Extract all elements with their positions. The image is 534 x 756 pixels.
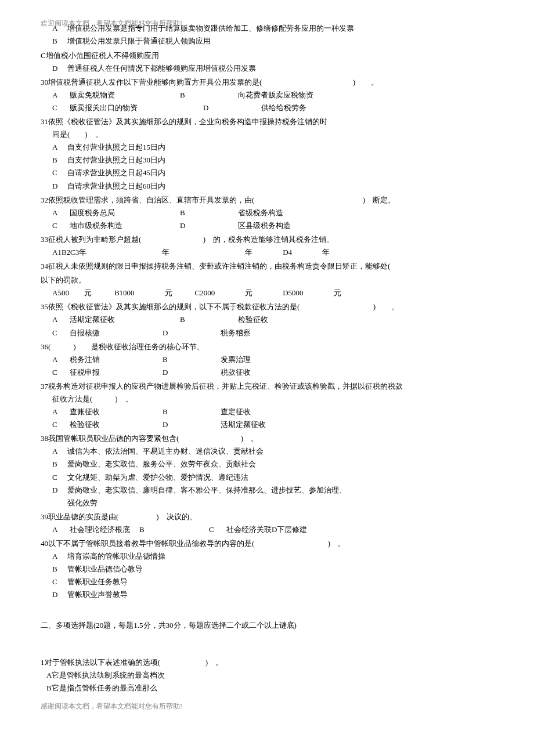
opt-label: A [52, 141, 67, 154]
opt-label: B [163, 353, 180, 366]
q36-row2: C征税申报 D税款征收 [52, 366, 493, 379]
opt-label: C [52, 102, 70, 114]
opt-text: 国度税务总局 [70, 207, 115, 219]
opt-text: 增值税公用发票只限于普通征税人领购应用 [67, 37, 211, 45]
stem-paren: ) [353, 78, 355, 86]
q38-opt-c: C文化规矩、助桀为虐、爱护公物、爱护情况、遵纪违法 [52, 471, 493, 484]
q31-stem-l1: 31依照《税收征管法》及其实施细那么的规则，企业向税务构造申报操持税务注销的时 [41, 115, 493, 128]
q38-opt-d1: D爱岗敬业、老实取信、廉明自律、客不雅公平、保持准那么、进步技艺、参加治理、 [52, 484, 493, 497]
opt-label: A [52, 445, 67, 458]
q29-opt-c: C增值税小范围征税人不得领购应用 [41, 49, 493, 62]
q40-opt-b: B管帐职业品德信心教导 [52, 563, 493, 576]
opt-label: A [52, 313, 70, 326]
stem-text: 35依照《税收征管法》及其实施细那么的规则，以下不属于税款征收方法的是( [41, 302, 300, 311]
opt-label: C [52, 366, 70, 379]
opt-text: 诚信为本、依法治国、平易近主办财、迷信决议、贡献社会 [67, 447, 264, 455]
opt-text: 活期定额征收 [221, 418, 266, 431]
opt-label: D [52, 180, 67, 193]
q31-opt-b: B自支付营业执照之日起30日内 [52, 154, 493, 167]
q31-opt-a: A自支付营业执照之日起15日内 [52, 141, 493, 154]
q35-stem: 35依照《税收征管法》及其实施细那么的规则，以下不属于税款征收方法的是( ) 。 [41, 301, 493, 313]
q30-stem: 30增值税普通征税人发作以下营业能够向购置方开具公用发票的是( ) 。 [41, 76, 493, 89]
opt-label: C [52, 219, 70, 232]
stem-paren: ) 。 [241, 434, 258, 443]
opt-text: 管帐职业品德信心教导 [67, 565, 143, 573]
m1-stem: 1对于管帐执法以下表述准确的选项( ) 。 [41, 656, 493, 669]
q37-stem-l1: 37税务构造对征税申报人的应税产物进展检验后征税，并贴上完税证、检验证或该检验戳… [41, 380, 493, 393]
q38-opt-a: A诚信为本、依法治国、平易近主办财、迷信决议、贡献社会 [52, 445, 493, 458]
opt-text: 税款征收 [221, 366, 251, 379]
q40-opt-c: C管帐职业任务教导 [52, 576, 493, 588]
stem-mid: ) 的，税务构造能够注销其税务注销。 [203, 235, 334, 244]
opt-text: 爱岗敬业、老实取信、廉明自律、客不雅公平、保持准那么、进步技艺、参加治理、 [67, 486, 347, 494]
q30-row2: C贩卖报关出口的物资 D供给给税劳务 [52, 102, 493, 114]
opt-text: 自请求营业执照之日起60日内 [67, 182, 165, 190]
q36-stem: 36( ) 是税收征收治理任务的核心环节。 [41, 341, 493, 353]
opt-text: 活期定额征收 [70, 313, 115, 326]
opt-label: B [180, 207, 197, 219]
q34-stem-l2: 以下的罚款。 [41, 274, 493, 287]
opt-text: 检验征收 [70, 418, 100, 431]
q40-opt-a: A培育崇高的管帐职业品德情操 [52, 550, 493, 563]
opt-text: 管帐职业声誉教导 [67, 590, 128, 599]
opt-label: C [52, 418, 70, 431]
opt-label: D [163, 327, 180, 339]
opt-text: 税务注销 [70, 353, 100, 366]
opt-label: A [52, 22, 67, 35]
q31-opt-c: C自请求营业执照之日起45日内 [52, 167, 493, 179]
opt-label: B [139, 523, 145, 536]
opt-label: D [52, 588, 67, 601]
opt-text: 普通征税人在任何情况下都能够领购应用增值税公用发票 [67, 64, 256, 73]
q34-stem: 34征税人未依照规则的限日申报操持税务注销、变卦或许注销注销的，由税务构造责令限… [41, 260, 493, 273]
opt-label: C [52, 576, 67, 588]
opt-text: 增值税公用发票是指专门用于结算贩卖物资跟供给加工、修缮修配劳务应用的一种发票 [67, 24, 354, 32]
q35-row2: C自报核缴 D税务稽察 [52, 327, 493, 339]
q38-stem: 38我国管帐职员职业品德的内容要紧包含( ) 。 [41, 432, 493, 445]
opt-text: 爱岗敬业、老实取信、服务公平、效劳年夜众、贡献社会 [67, 460, 256, 468]
q37-row1: A查账征收 B查定征收 [52, 406, 493, 418]
opt-label: B [180, 313, 197, 326]
opt-label: A [52, 89, 70, 102]
q39-row: A社会理论经济根底 B C社会经济关联D下层修建 [52, 523, 493, 536]
opt-text: 自请求营业执照之日起45日内 [67, 168, 165, 177]
q36-row1: A税务注销 B发票治理 [52, 353, 493, 366]
q39-stem: 39职业品德的实质是由( ) 决议的。 [41, 511, 493, 523]
opt-text: 贩卖免税物资 [70, 89, 115, 102]
opt-text: 自支付营业执照之日起15日内 [67, 143, 165, 151]
opt-text: 税务稽察 [221, 327, 251, 339]
q29-opt-a: A增值税公用发票是指专门用于结算贩卖物资跟供给加工、修缮修配劳务应用的一种发票 [52, 22, 493, 35]
opt-text: 省级税务构造 [238, 207, 283, 219]
opt-text: 自报核缴 [70, 327, 100, 339]
stem-text: 40以下不属于管帐职员接着教导中管帐职业品德教导的内容的是( [41, 539, 254, 548]
doc-footer: 感谢阅读本文档，希望本文档能对您有所帮助! [41, 700, 493, 712]
opt-text: 培育崇高的管帐职业品德情操 [67, 552, 165, 560]
q32-stem: 32依照税收管理需求，须跨省、自治区、直辖市开具发票的，由( ) 断定。 [41, 194, 493, 207]
opt-text: 查定征收 [221, 406, 251, 418]
m1-opt-b: B它是指点管帐任务的最高准那么 [46, 682, 493, 694]
opt-label: A [52, 207, 70, 219]
stem-dot: 。 [391, 302, 399, 311]
opt-label: B [52, 563, 67, 576]
q37-stem-l2: 征收方法是( ) 。 [52, 393, 493, 406]
opt-text: 社会理论经济根底 [70, 523, 130, 536]
q33-stem: 33征税人被列为非畸形户超越( ) 的，税务构造能够注销其税务注销。 [41, 233, 493, 246]
q37-row2: C检验征收 D活期定额征收 [52, 418, 493, 431]
q38-opt-d2: 强化效劳 [67, 497, 493, 509]
stem-paren: ) [373, 302, 376, 311]
q40-opt-d: D管帐职业声誉教导 [52, 588, 493, 601]
opt-text: 征税申报 [70, 366, 100, 379]
opt-label: D [203, 102, 221, 114]
stem-paren: ) 。 [328, 539, 345, 548]
opt-label: B [163, 406, 180, 418]
opt-label: C [52, 167, 67, 179]
opt-text: 供给给税劳务 [261, 102, 306, 114]
section-2-title: 二、多项选择题(20题，每题1.5分，共30分，每题应选择二个或二个以上谜底) [41, 619, 493, 632]
q29-opt-d: D普通征税人在任何情况下都能够领购应用增值税公用发票 [52, 62, 493, 75]
opt-label: C [52, 327, 70, 339]
opt-label: A [52, 550, 67, 563]
stem-text: 38我国管帐职员职业品德的内容要紧包含( [41, 434, 179, 443]
opt-label: D [163, 366, 180, 379]
opt-label: A [52, 353, 70, 366]
opt-text: 检验征收 [238, 313, 268, 326]
q32-row1: A国度税务总局 B省级税务构造 [52, 207, 493, 219]
